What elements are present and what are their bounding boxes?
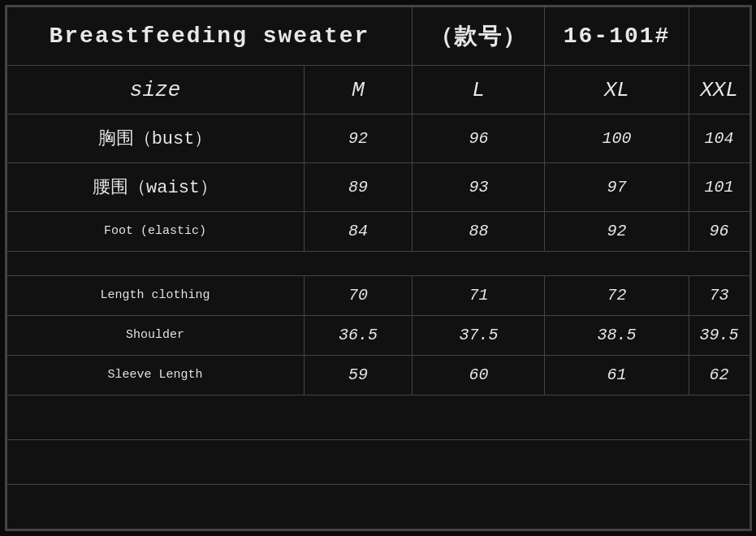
length-label: Length clothing <box>6 275 304 315</box>
sleeve-label: Sleeve Length <box>6 355 304 395</box>
shoulder-l: 37.5 <box>413 315 545 355</box>
foot-l: 88 <box>413 211 545 251</box>
size-chart-container: Breastfeeding sweater （款号） 16-101# size … <box>5 5 752 531</box>
shoulder-label: Shoulder <box>6 315 304 355</box>
length-xl: 72 <box>545 275 689 315</box>
waist-xxl: 101 <box>689 162 750 211</box>
model-number-label: （款号） <box>413 7 545 66</box>
size-m: M <box>304 66 413 115</box>
chart-title: Breastfeeding sweater <box>6 7 413 66</box>
foot-label: Foot (elastic) <box>6 211 304 251</box>
foot-m: 84 <box>304 211 413 251</box>
length-xxl: 73 <box>689 275 750 315</box>
bust-xl: 100 <box>545 114 689 162</box>
sleeve-l: 60 <box>413 355 545 395</box>
shoulder-xxl: 39.5 <box>689 315 750 355</box>
empty-row-bottom-2 <box>6 440 750 485</box>
bust-l: 96 <box>413 114 545 162</box>
bust-xxl: 104 <box>689 114 750 162</box>
bust-label: 胸围（bust） <box>6 114 304 162</box>
sleeve-xxl: 62 <box>689 355 750 395</box>
sleeve-xl: 61 <box>545 355 689 395</box>
empty-row-1 <box>6 251 750 275</box>
waist-l: 93 <box>413 162 545 211</box>
model-number-value: 16-101# <box>545 7 689 66</box>
size-xl: XL <box>545 66 689 115</box>
length-l: 71 <box>413 275 545 315</box>
bust-m: 92 <box>304 114 413 162</box>
sleeve-m: 59 <box>304 355 413 395</box>
empty-header-cell <box>689 7 750 66</box>
length-m: 70 <box>304 275 413 315</box>
shoulder-m: 36.5 <box>304 315 413 355</box>
size-header: size <box>6 66 304 115</box>
size-l: L <box>413 66 545 115</box>
foot-xl: 92 <box>545 211 689 251</box>
waist-m: 89 <box>304 162 413 211</box>
shoulder-xl: 38.5 <box>545 315 689 355</box>
size-xxl: XXL <box>689 66 750 115</box>
empty-row-bottom-1 <box>6 396 750 440</box>
waist-xl: 97 <box>545 162 689 211</box>
empty-row-bottom-3 <box>6 485 750 530</box>
foot-xxl: 96 <box>689 211 750 251</box>
waist-label: 腰围（waist） <box>6 162 304 211</box>
